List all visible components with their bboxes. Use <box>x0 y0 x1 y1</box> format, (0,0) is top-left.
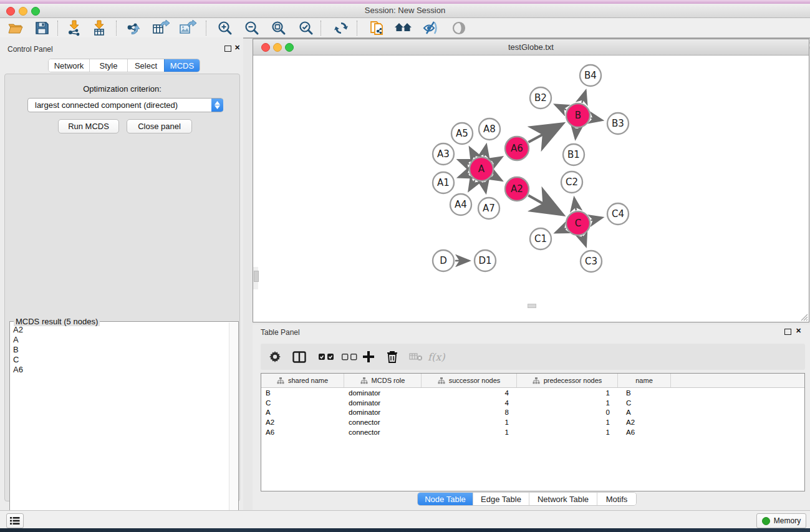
show-hidden-icon[interactable] <box>450 19 468 37</box>
resize-grip-icon[interactable] <box>800 313 808 321</box>
function-builder-icon[interactable]: f(x) <box>428 347 445 366</box>
graph-node-C4[interactable]: C4 <box>607 203 629 225</box>
cell[interactable]: 4 <box>422 389 517 397</box>
cell[interactable]: connector <box>344 428 422 436</box>
graph-node-A[interactable]: A <box>470 157 493 181</box>
table-row[interactable]: Adominator80A <box>261 407 804 417</box>
run-mcds-button[interactable]: Run MCDS <box>58 119 119 133</box>
graph-node-B[interactable]: B <box>566 104 590 127</box>
cell[interactable]: dominator <box>344 409 422 416</box>
cell[interactable]: 1 <box>422 428 517 436</box>
graph-node-A2[interactable]: A2 <box>505 177 529 201</box>
mcds-result-item[interactable]: A6 <box>11 365 228 375</box>
graph-edge-A-A7[interactable] <box>484 182 486 193</box>
cell[interactable]: 8 <box>422 409 517 416</box>
graph-node-A6[interactable]: A6 <box>505 137 529 160</box>
tab-style[interactable]: Style <box>89 59 127 72</box>
graph-node-A5[interactable]: A5 <box>451 123 473 144</box>
cell[interactable]: dominator <box>344 389 422 397</box>
graph-node-A8[interactable]: A8 <box>479 118 500 140</box>
graph-edge-A-A2[interactable] <box>493 175 501 180</box>
network-window-titlebar[interactable]: testGlobe.txt <box>253 39 809 56</box>
cell[interactable]: connector <box>344 418 422 426</box>
home-networks-icon[interactable] <box>394 19 413 37</box>
delete-table-icon[interactable] <box>409 347 423 366</box>
cell[interactable]: A6 <box>618 428 671 436</box>
graph-edge-A6-B[interactable] <box>528 125 561 142</box>
hide-selected-icon[interactable] <box>422 19 440 37</box>
cell[interactable]: A2 <box>618 418 671 426</box>
network-graph[interactable]: AA6A2BCA5A8A3A1A4A7B2B4B3B1C2C4C1C3DD1 <box>253 56 809 322</box>
table-row[interactable]: A6connector11A6 <box>261 427 804 437</box>
mcds-result-item[interactable]: A2 <box>11 325 228 335</box>
graph-edge-B-B3[interactable] <box>591 118 602 120</box>
graph-node-C2[interactable]: C2 <box>561 172 582 193</box>
tab-node-table[interactable]: Node Table <box>418 493 473 505</box>
open-file-icon[interactable] <box>6 19 25 37</box>
cell[interactable]: A <box>261 409 344 416</box>
canvas-horizontal-scrollbar[interactable] <box>528 304 536 308</box>
column-header-predecessor-nodes[interactable]: predecessor nodes <box>517 374 618 387</box>
cell[interactable]: 0 <box>517 409 618 416</box>
zoom-in-icon[interactable] <box>216 19 234 37</box>
clone-network-icon[interactable] <box>368 19 387 37</box>
canvas-vertical-scrollbar[interactable] <box>253 267 258 289</box>
graph-edge-A-A6[interactable] <box>493 157 502 162</box>
graph-node-C1[interactable]: C1 <box>530 228 551 249</box>
gear-icon[interactable] <box>268 347 282 366</box>
tab-mcds[interactable]: MCDS <box>164 59 200 72</box>
graph-node-D[interactable]: D <box>433 250 454 271</box>
graph-node-A3[interactable]: A3 <box>433 143 454 165</box>
cell[interactable]: A <box>618 409 671 416</box>
tab-network[interactable]: Network <box>49 59 89 72</box>
graph-node-C[interactable]: C <box>566 211 590 235</box>
close-network-icon[interactable] <box>261 43 270 52</box>
graph-edge-A2-C[interactable] <box>528 195 561 214</box>
table-row[interactable]: Bdominator41B <box>261 388 804 398</box>
select-all-icon[interactable] <box>318 347 334 366</box>
graph-edge-A-A8[interactable] <box>484 145 486 156</box>
graph-edge-C-C2[interactable] <box>574 198 576 211</box>
mcds-result-list[interactable]: A2ABCA6 <box>11 325 228 532</box>
graph-node-C3[interactable]: C3 <box>581 251 602 272</box>
close-panel-button[interactable]: Close panel <box>127 119 192 133</box>
column-header-successor-nodes[interactable]: successor nodes <box>422 374 517 387</box>
graph-node-B1[interactable]: B1 <box>563 144 584 165</box>
cell[interactable]: 1 <box>517 389 618 397</box>
deselect-all-icon[interactable] <box>341 347 357 366</box>
cell[interactable]: 1 <box>517 399 618 407</box>
refresh-layout-icon[interactable] <box>332 19 350 37</box>
save-session-icon[interactable] <box>32 19 51 37</box>
zoom-fit-icon[interactable] <box>269 19 288 37</box>
graph-node-A1[interactable]: A1 <box>433 172 454 193</box>
task-history-button[interactable] <box>6 513 24 528</box>
cell[interactable]: 4 <box>422 399 517 407</box>
cell[interactable]: 1 <box>517 428 618 436</box>
column-header-shared-name[interactable]: shared name <box>261 374 344 387</box>
graph-node-D1[interactable]: D1 <box>475 250 496 271</box>
zoom-selected-icon[interactable] <box>297 19 316 37</box>
delete-column-icon[interactable] <box>387 347 398 366</box>
zoom-network-icon[interactable] <box>285 43 294 52</box>
close-window-icon[interactable] <box>6 7 15 16</box>
tab-network-table[interactable]: Network Table <box>529 493 597 505</box>
zoom-out-icon[interactable] <box>243 19 261 37</box>
graph-edge-C-C1[interactable] <box>556 228 566 233</box>
export-image-icon[interactable] <box>178 19 197 37</box>
cell[interactable]: A2 <box>261 418 344 426</box>
import-table-icon[interactable] <box>90 19 108 37</box>
zoom-window-icon[interactable] <box>31 7 40 16</box>
cell[interactable]: 1 <box>517 418 618 426</box>
close-table-panel-icon[interactable]: ✕ <box>796 327 801 335</box>
mcds-result-item[interactable]: A <box>11 335 228 345</box>
float-table-panel-icon[interactable] <box>784 329 791 335</box>
table-row[interactable]: Cdominator41C <box>261 398 804 408</box>
network-canvas[interactable]: AA6A2BCA5A8A3A1A4A7B2B4B3B1C2C4C1C3DD1 <box>253 56 809 322</box>
column-header-name[interactable]: name <box>618 374 671 387</box>
float-panel-icon[interactable] <box>224 46 231 52</box>
column-header-MCDS-role[interactable]: MCDS role <box>344 374 422 387</box>
minimize-window-icon[interactable] <box>19 7 27 16</box>
memory-button[interactable]: Memory <box>756 513 806 528</box>
close-panel-icon[interactable]: ✕ <box>234 44 240 52</box>
mcds-result-item[interactable]: C <box>11 355 228 365</box>
